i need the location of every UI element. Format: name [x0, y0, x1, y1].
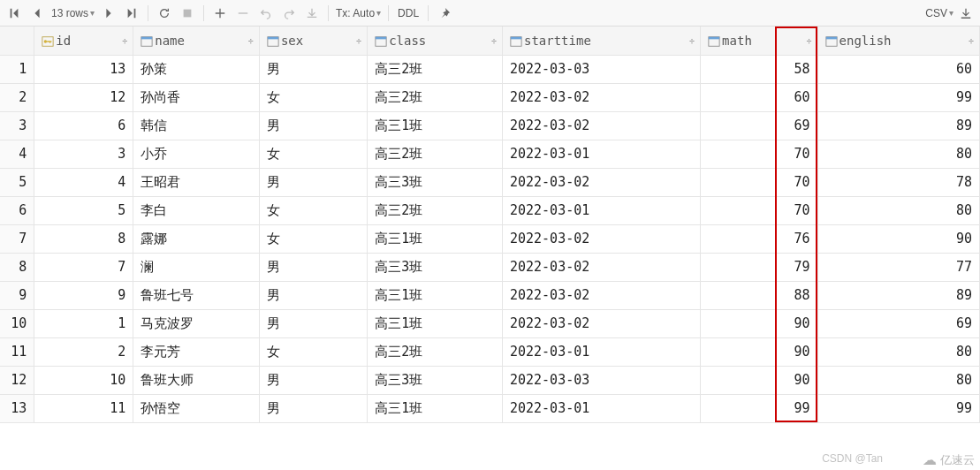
cell-math[interactable]: 70 [701, 168, 817, 196]
cell-id[interactable]: 2 [34, 337, 133, 366]
column-header-starttime[interactable]: starttime÷ [502, 27, 700, 55]
prev-page-button[interactable] [27, 3, 48, 24]
row-number-cell[interactable]: 3 [0, 111, 34, 140]
cell-id[interactable]: 10 [34, 366, 133, 394]
cell-name[interactable]: 孙悟空 [133, 394, 260, 422]
cell-starttime[interactable]: 2022-03-02 [502, 224, 700, 253]
row-number-cell[interactable]: 11 [0, 337, 34, 366]
tx-mode-combo[interactable]: Tx: Auto ▾ [334, 7, 383, 19]
cell-class[interactable]: 高三3班 [368, 253, 503, 281]
table-row[interactable]: 43小乔女高三2班2022-03-017080 [0, 140, 980, 168]
cell-name[interactable]: 李白 [133, 196, 260, 224]
column-header-english[interactable]: english÷ [817, 27, 979, 55]
cell-class[interactable]: 高三1班 [368, 111, 503, 140]
cell-english[interactable]: 60 [817, 55, 979, 83]
cell-class[interactable]: 高三2班 [368, 196, 503, 224]
row-number-header[interactable] [0, 27, 34, 55]
sort-indicator-icon[interactable]: ÷ [122, 35, 127, 45]
row-number-cell[interactable]: 10 [0, 309, 34, 337]
cell-english[interactable]: 77 [817, 253, 979, 281]
cell-english[interactable]: 99 [817, 83, 979, 111]
cell-math[interactable]: 90 [701, 337, 817, 366]
column-header-class[interactable]: class÷ [368, 27, 503, 55]
table-row[interactable]: 101马克波罗男高三1班2022-03-029069 [0, 309, 980, 337]
next-page-button[interactable] [98, 3, 119, 24]
cell-sex[interactable]: 女 [259, 337, 367, 366]
cell-math[interactable]: 99 [701, 394, 817, 422]
cell-starttime[interactable]: 2022-03-02 [502, 309, 700, 337]
cell-id[interactable]: 12 [34, 83, 133, 111]
row-number-cell[interactable]: 7 [0, 224, 34, 253]
last-page-button[interactable] [121, 3, 142, 24]
cell-id[interactable]: 6 [34, 111, 133, 140]
row-number-cell[interactable]: 9 [0, 281, 34, 309]
column-header-sex[interactable]: sex÷ [259, 27, 367, 55]
cell-class[interactable]: 高三1班 [368, 394, 503, 422]
row-number-cell[interactable]: 4 [0, 140, 34, 168]
cell-math[interactable]: 79 [701, 253, 817, 281]
cell-name[interactable]: 孙尚香 [133, 83, 260, 111]
cell-starttime[interactable]: 2022-03-02 [502, 111, 700, 140]
cell-class[interactable]: 高三1班 [368, 224, 503, 253]
cell-math[interactable]: 90 [701, 366, 817, 394]
cell-id[interactable]: 11 [34, 394, 133, 422]
refresh-button[interactable] [154, 3, 175, 24]
cell-sex[interactable]: 男 [259, 366, 367, 394]
cell-sex[interactable]: 女 [259, 224, 367, 253]
cell-math[interactable]: 76 [701, 224, 817, 253]
cell-class[interactable]: 高三2班 [368, 55, 503, 83]
cell-english[interactable]: 80 [817, 337, 979, 366]
cell-sex[interactable]: 男 [259, 55, 367, 83]
ddl-button[interactable]: DDL [394, 7, 422, 19]
table-row[interactable]: 113孙策男高三2班2022-03-035860 [0, 55, 980, 83]
pin-button[interactable] [434, 3, 455, 24]
sort-indicator-icon[interactable]: ÷ [491, 35, 497, 45]
row-count-combo[interactable]: 13 rows ▾ [49, 7, 96, 19]
cell-math[interactable]: 88 [701, 281, 817, 309]
cell-id[interactable]: 9 [34, 281, 133, 309]
row-number-cell[interactable]: 6 [0, 196, 34, 224]
cell-sex[interactable]: 男 [259, 168, 367, 196]
cell-english[interactable]: 78 [817, 168, 979, 196]
cell-math[interactable]: 90 [701, 309, 817, 337]
cell-id[interactable]: 3 [34, 140, 133, 168]
cell-id[interactable]: 7 [34, 253, 133, 281]
cell-name[interactable]: 马克波罗 [133, 309, 260, 337]
table-row[interactable]: 212孙尚香女高三2班2022-03-026099 [0, 83, 980, 111]
cell-math[interactable]: 60 [701, 83, 817, 111]
delete-row-button[interactable] [232, 3, 254, 24]
sort-indicator-icon[interactable]: ÷ [689, 35, 695, 45]
cell-sex[interactable]: 女 [259, 140, 367, 168]
cell-starttime[interactable]: 2022-03-03 [502, 55, 700, 83]
cell-sex[interactable]: 女 [259, 196, 367, 224]
cell-sex[interactable]: 女 [259, 83, 367, 111]
cell-starttime[interactable]: 2022-03-01 [502, 337, 700, 366]
table-row[interactable]: 1311孙悟空男高三1班2022-03-019999 [0, 394, 980, 422]
table-row[interactable]: 99鲁班七号男高三1班2022-03-028889 [0, 281, 980, 309]
cell-id[interactable]: 8 [34, 224, 133, 253]
cell-class[interactable]: 高三1班 [368, 281, 503, 309]
cell-starttime[interactable]: 2022-03-01 [502, 196, 700, 224]
cell-id[interactable]: 5 [34, 196, 133, 224]
column-header-id[interactable]: id÷ [34, 27, 133, 55]
cell-name[interactable]: 小乔 [133, 140, 260, 168]
cell-name[interactable]: 孙策 [133, 55, 260, 83]
table-row[interactable]: 112李元芳女高三2班2022-03-019080 [0, 337, 980, 366]
cell-english[interactable]: 89 [817, 281, 979, 309]
table-row[interactable]: 65李白女高三2班2022-03-017080 [0, 196, 980, 224]
cell-class[interactable]: 高三3班 [368, 168, 503, 196]
column-header-math[interactable]: math÷ [701, 27, 817, 55]
cell-sex[interactable]: 男 [259, 394, 367, 422]
cell-math[interactable]: 58 [701, 55, 817, 83]
row-number-cell[interactable]: 13 [0, 394, 34, 422]
stop-button[interactable] [177, 3, 198, 24]
cell-sex[interactable]: 男 [259, 111, 367, 140]
row-number-cell[interactable]: 12 [0, 366, 34, 394]
cell-id[interactable]: 1 [34, 309, 133, 337]
cell-starttime[interactable]: 2022-03-02 [502, 253, 700, 281]
cell-starttime[interactable]: 2022-03-03 [502, 366, 700, 394]
cell-class[interactable]: 高三1班 [368, 309, 503, 337]
cell-class[interactable]: 高三2班 [368, 140, 503, 168]
cell-class[interactable]: 高三3班 [368, 366, 503, 394]
cell-english[interactable]: 89 [817, 111, 979, 140]
